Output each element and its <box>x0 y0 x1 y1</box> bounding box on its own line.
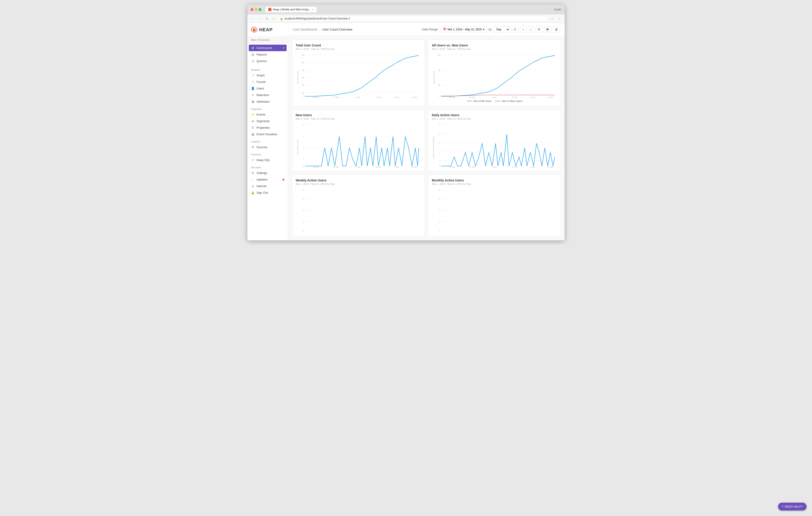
sidebar-item-reports[interactable]: ▤ Reports <box>248 51 288 58</box>
legend-all-users: Size of All Users <box>467 100 491 102</box>
active-tab[interactable]: Heap | Mobile and Web Analy... ✕ <box>265 7 317 12</box>
bookmark-button[interactable]: ☆ <box>550 16 555 21</box>
sidebar-item-segments[interactable]: ◈ Segments <box>248 118 288 124</box>
svg-text:5: 5 <box>303 189 304 191</box>
copy-button[interactable]: ⧉ <box>536 26 542 33</box>
updates-badge <box>283 179 284 181</box>
by-label: by <box>489 28 492 31</box>
address-bar[interactable]: 🔒 localhost:8000/app/dashboard/User-Coun… <box>277 16 548 21</box>
svg-text:1: 1 <box>439 230 440 233</box>
forward-button[interactable]: → <box>257 16 263 21</box>
maximize-window-button[interactable] <box>259 8 261 11</box>
close-tab-button[interactable]: ✕ <box>312 8 314 11</box>
svg-text:0: 0 <box>303 165 304 167</box>
chart-area-all-users-vs-new-users: 60 40 20 0 Size of Segment 12. Mar 26. M… <box>432 53 557 98</box>
svg-text:Unique Users who did Sessions: Unique Users who did Sessions <box>433 136 435 158</box>
refresh-button[interactable]: ↻ <box>265 16 269 21</box>
svg-text:12. Mar: 12. Mar <box>449 166 455 168</box>
svg-text:21. May: 21. May <box>411 166 417 168</box>
sidebar-item-updates[interactable]: ↑ Updates <box>248 176 288 183</box>
menu-button[interactable]: ⋮ <box>556 16 562 21</box>
sidebar-item-users[interactable]: 👤 Users <box>248 85 288 92</box>
chart-title-total-user-count: Total User Count <box>296 43 421 47</box>
svg-text:9. Apr: 9. Apr <box>492 166 497 168</box>
properties-icon: ☰ <box>251 126 255 129</box>
sidebar-item-internal[interactable]: ◎ Internal <box>248 183 288 189</box>
sidebar-label-attribution: Attribution <box>257 100 270 103</box>
calendar-icon: 📅 <box>443 28 446 31</box>
lock-icon: 🔒 <box>280 17 283 20</box>
home-button[interactable]: ⌂ <box>271 16 275 21</box>
svg-text:2: 2 <box>303 146 304 149</box>
export-button[interactable]: ⬒ <box>544 26 551 33</box>
svg-text:60: 60 <box>302 54 304 56</box>
account-section-label: Account <box>248 163 288 170</box>
sidebar-item-events[interactable]: ⚡ Events <box>248 111 288 118</box>
url-text: localhost:8000/app/dashboard/User-Count-… <box>285 17 350 20</box>
sidebar-item-funnel[interactable]: ▽ Funnel <box>248 79 288 85</box>
sidebar-item-dashboards[interactable]: ⊞ Dashboards ▾ <box>249 44 287 51</box>
chevron-icon: ▾ <box>283 47 284 49</box>
minimize-window-button[interactable] <box>255 8 257 11</box>
svg-text:9. Apr: 9. Apr <box>492 96 497 98</box>
svg-text:7. May: 7. May <box>530 166 535 168</box>
sidebar-item-properties[interactable]: ☰ Properties <box>248 124 288 131</box>
sidebar-item-attribution[interactable]: ▦ Attribution <box>248 98 288 105</box>
home-dashboard-button[interactable]: ⌂ <box>528 26 534 33</box>
svg-text:4: 4 <box>303 198 304 200</box>
svg-text:26. Mar: 26. Mar <box>333 96 339 98</box>
svg-text:2: 2 <box>303 221 304 223</box>
sidebar-item-sign-out[interactable]: 🔒 Sign Out <box>248 189 288 196</box>
sidebar-label-properties: Properties <box>257 126 270 129</box>
organize-section-label: Organize <box>248 105 288 111</box>
svg-text:5: 5 <box>439 124 440 126</box>
sidebar-label-internal: Internal <box>257 184 266 188</box>
svg-text:12. Mar: 12. Mar <box>313 166 319 168</box>
sidebar-item-sources[interactable]: ⚙ Sources <box>248 144 288 150</box>
sidebar-item-event-visualizer[interactable]: ▦ Event Visualizer <box>248 131 288 138</box>
svg-text:60: 60 <box>438 54 440 56</box>
sidebar-label-event-visualizer: Event Visualizer <box>257 132 278 136</box>
main-content: Core Dashboards › User Count Overview Da… <box>288 23 564 240</box>
settings-icon: ⚙ <box>251 171 255 175</box>
svg-text:4: 4 <box>439 198 440 200</box>
svg-text:3: 3 <box>439 142 440 144</box>
sidebar-item-queries[interactable]: ◎ Queries <box>248 58 288 64</box>
environment-label: Main: Production <box>248 37 288 43</box>
svg-text:9. Apr: 9. Apr <box>356 166 361 168</box>
back-button[interactable]: ← <box>250 16 256 21</box>
svg-text:1: 1 <box>303 230 304 233</box>
events-icon: ⚡ <box>251 113 255 116</box>
breadcrumb: Core Dashboards › User Count Overview <box>293 28 352 31</box>
add-chart-button[interactable]: + <box>520 26 526 33</box>
chart-monthly-active-users: Monthly Active Users Mar 1, 2018 - May 3… <box>428 175 561 237</box>
chart-area-daily-active-users: 5 4 3 2 1 0 Unique Users who did Session… <box>432 122 557 168</box>
sidebar-label-updates: Updates <box>257 178 267 181</box>
legend-color-all-users <box>467 101 472 101</box>
close-window-button[interactable] <box>251 8 253 11</box>
svg-text:23. Apr: 23. Apr <box>376 166 381 168</box>
sidebar-label-queries: Queries <box>257 59 267 63</box>
sidebar-item-heap-sql[interactable]: ≡ Heap SQL <box>248 157 288 163</box>
retention-icon: ↻ <box>251 93 255 97</box>
granularity-select[interactable]: Day Week Month <box>493 26 510 33</box>
header-actions: Date Range: 📅 Mar 1, 2018 – May 31, 2018… <box>422 26 560 33</box>
sidebar-label-dashboards: Dashboards <box>257 46 272 50</box>
sidebar-label-sources: Sources <box>257 145 267 149</box>
sidebar-label-users: Users <box>257 87 264 90</box>
delete-button[interactable]: 🗑 <box>553 26 560 33</box>
sidebar-item-settings[interactable]: ⚙ Settings <box>248 170 288 176</box>
date-range-button[interactable]: 📅 Mar 1, 2018 – May 31, 2018 ▾ <box>440 27 487 32</box>
svg-marker-1 <box>253 28 256 31</box>
sidebar-item-graph[interactable]: ↗ Graph <box>248 72 288 79</box>
dashboard-grid: Total User Count Mar 1, 2018 - May 31, 2… <box>288 36 564 240</box>
svg-text:26. Mar: 26. Mar <box>333 166 339 168</box>
svg-text:Size of All Users: Size of All Users <box>297 71 299 84</box>
dashboards-icon: ⊞ <box>251 46 255 50</box>
breadcrumb-parent[interactable]: Core Dashboards <box>293 28 318 31</box>
chart-title-weekly-active-users: Weekly Active Users <box>296 179 421 182</box>
sidebar-item-retention[interactable]: ↻ Retention <box>248 92 288 98</box>
chart-area-weekly-active-users: 5 4 3 2 1 <box>296 187 421 233</box>
chart-title-new-users: New Users <box>296 113 421 117</box>
refresh-data-button[interactable]: ⟳ <box>512 26 518 33</box>
